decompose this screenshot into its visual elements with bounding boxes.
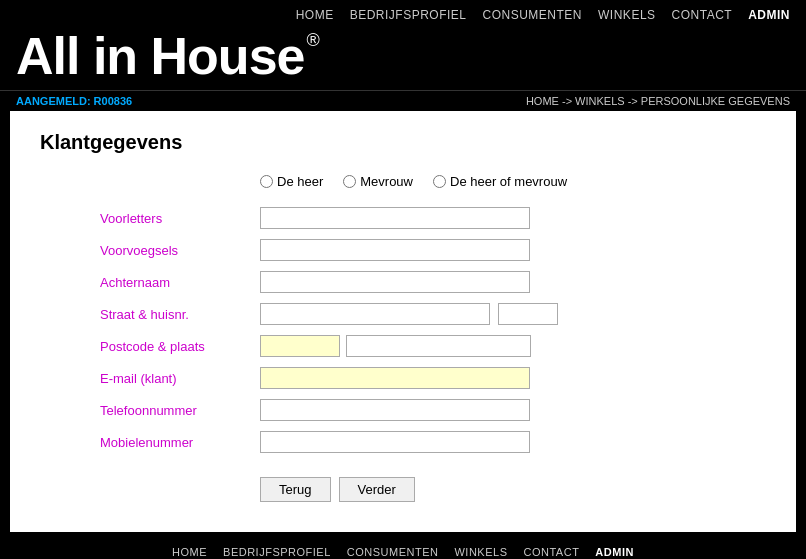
gender-radio-group: De heer Mevrouw De heer of mevrouw [260, 174, 766, 189]
nav-admin[interactable]: ADMIN [748, 8, 790, 22]
radio-mevrouw-label: Mevrouw [360, 174, 413, 189]
top-navigation: HOME BEDRIJFSPROFIEL CONSUMENTEN WINKELS… [0, 0, 806, 26]
mobiel-label: Mobielenummer [100, 435, 260, 450]
nav-consumenten[interactable]: CONSUMENTEN [483, 8, 583, 22]
footer: HOME BEDRIJFSPROFIEL CONSUMENTEN WINKELS… [0, 532, 806, 559]
voorletters-input[interactable] [260, 207, 530, 229]
achternaam-label: Achternaam [100, 275, 260, 290]
email-label: E-mail (klant) [100, 371, 260, 386]
plaats-input[interactable] [346, 335, 531, 357]
achternaam-input[interactable] [260, 271, 530, 293]
email-input[interactable] [260, 367, 530, 389]
footer-nav-consumenten[interactable]: CONSUMENTEN [347, 546, 439, 558]
form-section: De heer Mevrouw De heer of mevrouw Voorl… [100, 174, 766, 502]
radio-de-heer-label: De heer [277, 174, 323, 189]
voorvoegsels-label: Voorvoegsels [100, 243, 260, 258]
mobiel-row: Mobielenummer [100, 431, 766, 453]
radio-de-heer-of-mevrouw-label: De heer of mevrouw [450, 174, 567, 189]
footer-nav-contact[interactable]: CONTACT [524, 546, 580, 558]
radio-mevrouw-input[interactable] [343, 175, 356, 188]
radio-de-heer-of-mevrouw[interactable]: De heer of mevrouw [433, 174, 567, 189]
main-content: Klantgegevens De heer Mevrouw De heer of… [10, 111, 796, 532]
radio-de-heer-input[interactable] [260, 175, 273, 188]
page-title: Klantgegevens [40, 131, 766, 154]
footer-nav-home[interactable]: HOME [172, 546, 207, 558]
next-button[interactable]: Verder [339, 477, 415, 502]
logo-registered: ® [306, 30, 319, 51]
straat-row: Straat & huisnr. [100, 303, 766, 325]
radio-mevrouw[interactable]: Mevrouw [343, 174, 413, 189]
nav-home[interactable]: HOME [296, 8, 334, 22]
straat-input[interactable] [260, 303, 490, 325]
nav-contact[interactable]: CONTACT [672, 8, 733, 22]
telefoon-label: Telefoonnummer [100, 403, 260, 418]
straat-label: Straat & huisnr. [100, 307, 260, 322]
breadcrumb: HOME -> WINKELS -> PERSOONLIJKE GEGEVENS [526, 95, 790, 107]
achternaam-row: Achternaam [100, 271, 766, 293]
nav-bedrijfsprofiel[interactable]: BEDRIJFSPROFIEL [350, 8, 467, 22]
voorletters-label: Voorletters [100, 211, 260, 226]
button-row: Terug Verder [260, 477, 766, 502]
radio-de-heer-of-mevrouw-input[interactable] [433, 175, 446, 188]
voorvoegsels-row: Voorvoegsels [100, 239, 766, 261]
footer-navigation: HOME BEDRIJFSPROFIEL CONSUMENTEN WINKELS… [16, 540, 790, 559]
postcode-row: Postcode & plaats [100, 335, 766, 357]
telefoon-row: Telefoonnummer [100, 399, 766, 421]
footer-nav-winkels[interactable]: WINKELS [454, 546, 507, 558]
email-row: E-mail (klant) [100, 367, 766, 389]
aangemeld-label: AANGEMELD: R00836 [16, 95, 132, 107]
back-button[interactable]: Terug [260, 477, 331, 502]
telefoon-input[interactable] [260, 399, 530, 421]
mobiel-input[interactable] [260, 431, 530, 453]
nav-winkels[interactable]: WINKELS [598, 8, 656, 22]
header: HOME BEDRIJFSPROFIEL CONSUMENTEN WINKELS… [0, 0, 806, 111]
street-inputs [260, 303, 558, 325]
postcode-inputs [260, 335, 531, 357]
logo: All in House [16, 30, 304, 82]
footer-nav-admin[interactable]: ADMIN [595, 546, 634, 558]
postcode-input[interactable] [260, 335, 340, 357]
voorvoegsels-input[interactable] [260, 239, 530, 261]
logo-area: All in House® [0, 26, 806, 90]
user-bar: AANGEMELD: R00836 HOME -> WINKELS -> PER… [0, 90, 806, 111]
huisnr-input[interactable] [498, 303, 558, 325]
voorletters-row: Voorletters [100, 207, 766, 229]
radio-de-heer[interactable]: De heer [260, 174, 323, 189]
footer-nav-bedrijfsprofiel[interactable]: BEDRIJFSPROFIEL [223, 546, 331, 558]
postcode-label: Postcode & plaats [100, 339, 260, 354]
